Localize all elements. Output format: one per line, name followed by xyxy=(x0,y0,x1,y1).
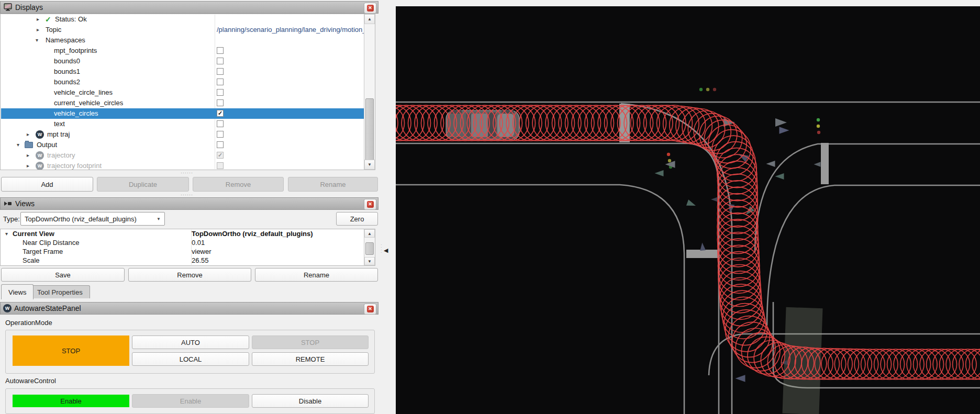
splitter-handle[interactable]: ······ xyxy=(181,172,193,174)
remote-button[interactable]: REMOTE xyxy=(252,352,369,366)
add-button[interactable]: Add xyxy=(1,177,93,192)
tree-row-current-vehicle-circles[interactable]: current_vehicle_circles xyxy=(1,98,374,108)
view-type-select[interactable]: TopDownOrtho (rviz_default_plugins) ▼ xyxy=(20,212,165,226)
tab-tool-properties[interactable]: Tool Properties xyxy=(30,285,90,298)
tree-row-text[interactable]: text xyxy=(1,119,374,129)
stop-button[interactable]: STOP xyxy=(252,335,369,349)
property-row-scale[interactable]: Scale 26.55 xyxy=(1,256,363,265)
save-button[interactable]: Save xyxy=(1,268,125,282)
collapse-left-icon[interactable]: ◀ xyxy=(384,247,388,254)
traffic-light-dot xyxy=(699,88,703,91)
tree-row-vehicle-circles[interactable]: vehicle_circles xyxy=(1,108,374,119)
expander-icon[interactable]: ▾ xyxy=(5,229,8,238)
scene-canvas xyxy=(396,6,980,414)
scrollbar-thumb[interactable] xyxy=(365,242,374,255)
tree-row-bounds0[interactable]: bounds0 xyxy=(1,56,374,66)
scroll-down-icon[interactable]: ▼ xyxy=(364,257,375,265)
expander-icon[interactable]: ▸ xyxy=(27,161,29,170)
checkbox[interactable] xyxy=(217,79,224,85)
tree-row-topic[interactable]: ▸ Topic /planning/scenario_planning/lane… xyxy=(1,25,374,35)
views-panel-header[interactable]: Views ✕ xyxy=(0,197,378,210)
autoware-control-label: AutowareControl xyxy=(5,377,56,385)
tree-row-namespaces[interactable]: ▾ Namespaces xyxy=(1,35,374,46)
topic-value[interactable]: /planning/scenario_planning/lane_driving… xyxy=(217,25,372,35)
tree-row-status[interactable]: ▸ ✓ Status: Ok xyxy=(1,14,374,25)
remove-button[interactable]: Remove xyxy=(193,177,284,192)
autoware-close-button[interactable]: ✕ xyxy=(364,304,376,315)
tree-row-bounds2[interactable]: bounds2 xyxy=(1,77,374,87)
tree-row-mpt-traj[interactable]: ▸ W mpt traj xyxy=(1,129,374,140)
splitter-handle[interactable]: ···· xyxy=(381,243,382,254)
checkbox[interactable] xyxy=(217,89,224,96)
folder-icon xyxy=(25,142,33,148)
tree-row-output[interactable]: ▾ Output xyxy=(1,140,374,150)
disable-button[interactable]: Disable xyxy=(252,394,369,408)
tree-row-trajectory[interactable]: ▸ W trajectory xyxy=(1,150,374,161)
close-icon: ✕ xyxy=(367,201,374,208)
traffic-light-dot xyxy=(817,125,820,128)
checkbox[interactable] xyxy=(217,110,224,117)
rviz-window: Displays ✕ ▸ ✓ Status: Ok ▸ Topic /plann… xyxy=(0,0,980,414)
views-close-button[interactable]: ✕ xyxy=(364,199,376,210)
rename-button[interactable]: Rename xyxy=(288,177,378,192)
view-remove-button[interactable]: Remove xyxy=(128,268,251,282)
autoware-display-icon: W xyxy=(36,151,44,160)
checkbox[interactable] xyxy=(217,58,224,64)
close-icon: ✕ xyxy=(367,306,374,312)
local-button[interactable]: LOCAL xyxy=(132,352,249,366)
expander-icon[interactable]: ▸ xyxy=(37,25,39,35)
checkbox[interactable] xyxy=(217,99,224,106)
view-rename-button[interactable]: Rename xyxy=(255,268,378,282)
tree-row-vehicle-circle-lines[interactable]: vehicle_circle_lines xyxy=(1,87,374,98)
expander-icon[interactable]: ▸ xyxy=(37,14,39,25)
operation-mode-status: STOP xyxy=(13,335,129,366)
autoware-control-status: Enable xyxy=(13,395,129,407)
autoware-panel-title: AutowareStatePanel xyxy=(14,304,81,312)
tree-row-bounds1[interactable]: bounds1 xyxy=(1,66,374,77)
autoware-panel-header[interactable]: W AutowareStatePanel ✕ xyxy=(0,302,378,315)
traffic-light-dot xyxy=(667,153,670,156)
render-viewport[interactable] xyxy=(396,6,980,414)
views-icon xyxy=(3,199,12,208)
zero-button[interactable]: Zero xyxy=(336,212,378,226)
checkbox[interactable] xyxy=(217,47,224,54)
traffic-light-dot xyxy=(713,88,716,91)
displays-close-button[interactable]: ✕ xyxy=(364,3,376,14)
property-row-near-clip[interactable]: Near Clip Distance 0.01 xyxy=(1,238,363,247)
checkbox[interactable] xyxy=(217,131,224,138)
checkbox[interactable] xyxy=(217,120,224,127)
expander-icon[interactable]: ▾ xyxy=(17,140,19,150)
scroll-up-icon[interactable]: ▲ xyxy=(364,14,375,24)
expander-icon[interactable]: ▸ xyxy=(27,150,29,161)
close-icon: ✕ xyxy=(367,5,374,12)
displays-panel-header[interactable]: Displays ✕ xyxy=(0,1,378,14)
checkbox[interactable] xyxy=(217,152,224,159)
displays-icon xyxy=(3,3,12,12)
splitter-handle[interactable]: ······ xyxy=(181,194,193,196)
current-view-table[interactable]: ▾ Current View TopDownOrtho (rviz_defaul… xyxy=(0,229,375,266)
property-row-target-frame[interactable]: Target Frame viewer xyxy=(1,247,363,256)
checkbox[interactable] xyxy=(217,141,224,148)
auto-button[interactable]: AUTO xyxy=(132,335,249,349)
stop-line-bar xyxy=(821,143,829,184)
duplicate-button[interactable]: Duplicate xyxy=(97,177,189,192)
enable-button[interactable]: Enable xyxy=(132,394,249,408)
scrollbar-thumb[interactable] xyxy=(365,98,374,161)
views-scrollbar[interactable]: ▲ ▼ xyxy=(364,229,375,265)
checkbox[interactable] xyxy=(217,162,224,169)
displays-panel-title: Displays xyxy=(15,3,43,12)
checkbox[interactable] xyxy=(217,68,224,75)
property-row-current-view[interactable]: ▾ Current View TopDownOrtho (rviz_defaul… xyxy=(1,229,363,238)
scroll-up-icon[interactable]: ▲ xyxy=(364,229,375,238)
displays-tree[interactable]: ▸ ✓ Status: Ok ▸ Topic /planning/scenari… xyxy=(0,14,375,170)
tree-row-trajectory-footprint[interactable]: ▸ W trajectory footprint xyxy=(1,161,374,170)
expander-icon[interactable]: ▾ xyxy=(36,35,38,46)
autoware-logo-icon: W xyxy=(3,304,12,312)
traffic-light-dot xyxy=(817,131,820,134)
type-label: Type: xyxy=(3,215,20,223)
scroll-down-icon[interactable]: ▼ xyxy=(364,160,375,170)
tree-row-mpt-footprints[interactable]: mpt_footprints xyxy=(1,46,374,56)
tab-views[interactable]: Views xyxy=(1,284,34,299)
displays-scrollbar[interactable]: ▲ ▼ xyxy=(364,14,375,170)
expander-icon[interactable]: ▸ xyxy=(27,129,29,140)
